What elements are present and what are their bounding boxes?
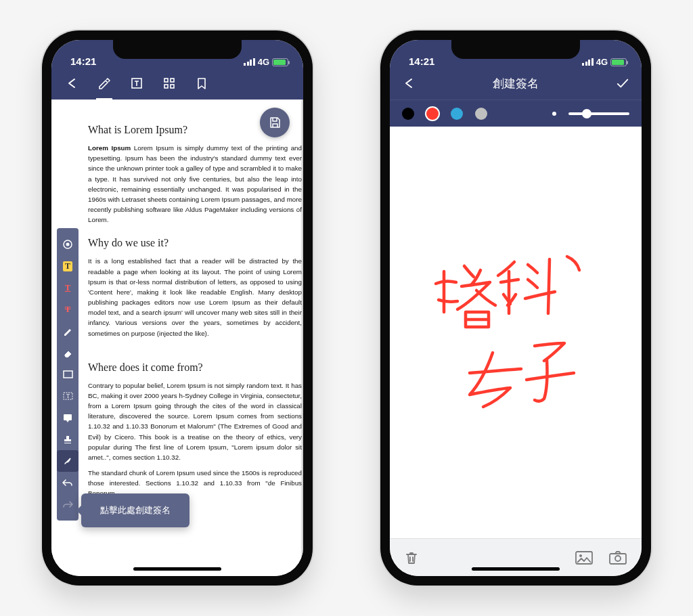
svg-text:T: T [66,393,70,399]
top-toolbar [51,67,303,100]
delete-button[interactable] [405,550,418,565]
svg-rect-10 [64,414,72,420]
svg-rect-4 [171,85,174,88]
tool-highlight-icon[interactable]: T [57,255,79,277]
tool-eraser-icon[interactable] [57,342,79,364]
tool-pen-icon[interactable] [57,320,79,342]
status-time: 14:21 [409,56,434,67]
back-button[interactable] [402,76,416,90]
svg-rect-7 [64,371,72,378]
svg-point-14 [615,556,621,561]
paragraph-1: Lorem Ipsum Lorem Ipsum is simply dummy … [88,143,302,225]
phone-left: 14:21 4G [42,30,313,586]
heading-3: Where does it come from? [88,361,302,374]
svg-rect-1 [164,79,168,82]
page-title: 創建簽名 [493,76,539,91]
network-label: 4G [258,57,269,67]
edit-tab[interactable] [97,76,111,90]
status-right: 4G [244,57,288,67]
tool-textbox-icon[interactable]: T [57,385,79,407]
screen-left: 14:21 4G [51,40,303,576]
brush-size-slider[interactable] [568,112,629,115]
text-tab[interactable] [130,76,143,90]
signal-icon [582,58,594,66]
color-red[interactable] [426,108,439,120]
svg-point-12 [579,554,582,557]
annotation-sidebar: T T T T [57,228,79,521]
tool-text-strike-icon[interactable]: T [57,299,79,320]
confirm-button[interactable] [616,76,629,90]
brush-settings-bar [390,100,642,127]
save-button[interactable] [260,108,290,137]
signature-header: 創建簽名 [390,67,642,100]
document-area: What is Lorem Ipsum? Lorem Ipsum Lorem I… [51,100,303,576]
svg-rect-3 [164,85,168,88]
image-button[interactable] [575,550,593,565]
tool-note-icon[interactable] [57,407,79,428]
screen-right: 14:21 4G 創建簽名 [390,40,642,576]
heading-2: Why do we use it? [88,237,302,249]
handwriting-strokes [390,127,642,538]
tool-target-icon[interactable] [57,234,79,255]
bookmark-tab[interactable] [195,76,208,90]
tool-text-red-icon[interactable]: T [57,277,79,299]
tool-redo-icon [57,493,79,515]
phone-right: 14:21 4G 創建簽名 [380,30,651,586]
tooltip-text: 點擊此處創建簽名 [100,505,171,515]
color-gray[interactable] [475,108,487,120]
tool-signature-icon[interactable] [57,450,79,472]
status-bar: 14:21 4G [390,40,642,67]
svg-rect-2 [171,79,174,82]
document-content[interactable]: What is Lorem Ipsum? Lorem Ipsum Lorem I… [80,106,303,499]
paragraph-3: Contrary to popular belief, Lorem Ipsum … [88,380,302,462]
battery-icon [610,58,627,66]
signature-canvas[interactable] [390,127,642,538]
status-time: 14:21 [70,56,96,67]
paragraph-2: It is a long established fact that a rea… [88,256,302,338]
brush-size-icon [552,112,556,116]
signal-icon [244,58,255,66]
tool-stamp-icon[interactable] [57,428,79,450]
grid-tab[interactable] [162,76,176,90]
svg-point-6 [66,243,70,246]
tool-undo-icon[interactable] [57,472,79,493]
home-indicator[interactable] [133,567,221,571]
network-label: 4G [596,57,608,67]
battery-icon [272,58,288,66]
camera-button[interactable] [609,550,627,565]
status-bar: 14:21 4G [51,40,303,67]
back-button[interactable] [65,76,79,90]
color-black[interactable] [402,108,414,120]
tool-rect-icon[interactable] [57,364,79,385]
signature-tooltip: 點擊此處創建簽名 [81,493,189,527]
home-indicator[interactable] [472,567,560,571]
status-right: 4G [582,57,627,67]
color-blue[interactable] [451,108,463,120]
